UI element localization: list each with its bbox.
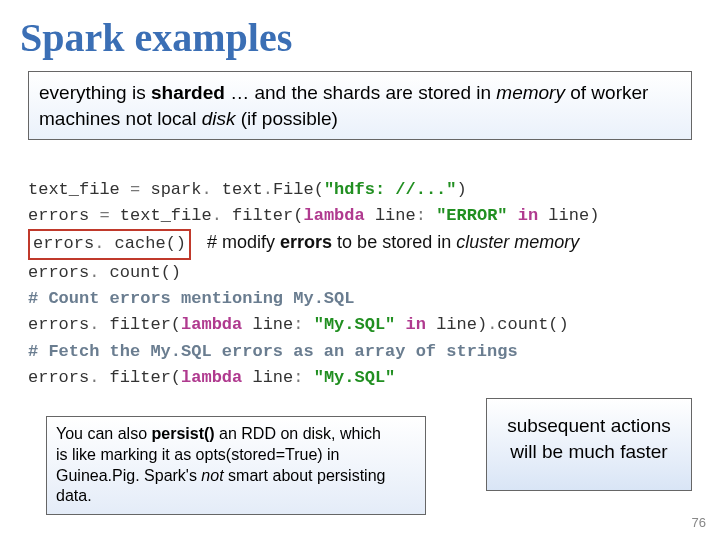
slide-title: Spark examples	[0, 0, 720, 65]
persist-callout: You can also persist() an RDD on disk, w…	[46, 416, 426, 515]
subsequent-callout: subsequent actions will be much faster	[486, 398, 692, 491]
code-line-6: errors. filter(lambda line: "My.SQL" in …	[28, 315, 569, 334]
code-line-3: errors. cache()# modify errors to be sto…	[28, 234, 579, 253]
code-line-2: errors = text_file. filter(lambda line: …	[28, 206, 599, 225]
cache-highlight-box: errors. cache()	[28, 229, 191, 259]
persist-text-a: You can also	[56, 425, 151, 442]
page-number: 76	[692, 515, 706, 530]
code-line-7: # Fetch the My.SQL errors as an array of…	[28, 342, 518, 361]
code-line-5: # Count errors mentioning My.SQL	[28, 289, 354, 308]
intro-sharded: sharded	[151, 82, 225, 103]
intro-text-pre: everything is	[39, 82, 151, 103]
intro-text-mid1: … and the shards are stored in	[225, 82, 496, 103]
subsequent-text: subsequent actions will be much faster	[507, 415, 671, 462]
code-line-1: text_file = spark. text.File("hdfs: //..…	[28, 180, 467, 199]
code-line-4: errors. count()	[28, 263, 181, 282]
code-block: text_file = spark. text.File("hdfs: //..…	[28, 150, 720, 391]
persist-fn: persist()	[151, 425, 214, 442]
cache-annotation: # modify errors to be stored in cluster …	[207, 232, 579, 252]
persist-not: not	[201, 467, 223, 484]
intro-callout: everything is sharded … and the shards a…	[28, 71, 692, 140]
intro-text-post: (if possible)	[235, 108, 337, 129]
persist-text-b: an RDD on disk, which	[215, 425, 381, 442]
intro-disk: disk	[202, 108, 236, 129]
code-line-8: errors. filter(lambda line: "My.SQL"	[28, 368, 395, 387]
intro-memory: memory	[496, 82, 565, 103]
